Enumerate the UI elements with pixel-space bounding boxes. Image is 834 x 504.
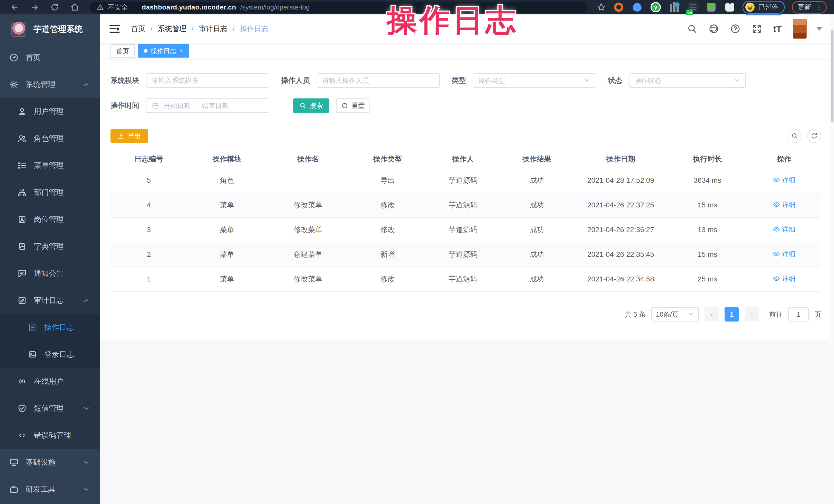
filter-label: 状态 [608,75,622,85]
extension-green-v-icon[interactable]: y [650,2,661,13]
next-page-button[interactable]: › [745,307,759,322]
sidebar-toggle-icon[interactable] [109,24,120,33]
search-icon[interactable] [687,24,697,34]
window-scrollbar[interactable] [830,15,834,504]
log-id: 1 [110,275,187,283]
eye-icon [773,201,780,208]
detail-link[interactable]: 详细 [773,249,795,259]
sidebar-item-posts[interactable]: 岗位管理 [0,206,100,233]
github-icon[interactable] [709,24,719,34]
sidebar-item-notices[interactable]: 通知公告 [0,260,100,287]
sidebar-item-dev-tools[interactable]: 研发工具 [0,476,100,503]
column-header: 执行时长 [667,154,747,164]
sidebar-item-login-log[interactable]: 登录日志 [0,341,100,368]
tab-operate-log[interactable]: 操作日志 × [138,44,189,58]
profile-paused-chip[interactable]: 已暂停 [743,1,785,14]
extensions-puzzle-icon[interactable] [724,2,736,13]
detail-link[interactable]: 详细 [773,176,795,184]
code-icon [18,431,27,440]
extension-orange-icon[interactable] [613,2,624,13]
forward-icon[interactable] [30,3,39,12]
log-duration: 13 ms [667,226,747,234]
font-size-icon[interactable]: tT [773,24,782,34]
sidebar-item-departments[interactable]: 部门管理 [0,179,100,206]
prev-page-button[interactable]: ‹ [704,307,719,322]
log-date: 2021-04-26 22:37:25 [574,201,667,209]
export-button[interactable]: 导出 [110,129,148,143]
dashboard-icon [9,53,19,62]
sidebar-logo[interactable]: 芋道管理系统 [0,15,100,44]
chevron-up-icon [83,81,90,88]
refresh-icon [341,102,348,109]
sidebar-item-label: 角色管理 [34,133,64,144]
reload-icon[interactable] [50,3,59,12]
user-avatar[interactable] [793,19,807,39]
page-content: 系统模块 操作人员 类型 [100,59,834,504]
module-input[interactable] [152,76,264,85]
breadcrumb-item[interactable]: 首页 [131,24,146,34]
log-module: 菜单 [187,249,267,259]
tab-close-icon[interactable]: × [180,47,183,54]
page-number-1[interactable]: 1 [725,307,739,322]
extension-leaf-icon[interactable] [705,2,717,13]
address-bar[interactable]: 不安全 dashboard.yudao.iocoder.cn/system/lo… [89,2,587,13]
sidebar-item-online-users[interactable]: 在线用户 [0,368,100,395]
operator-input[interactable] [322,76,434,85]
sidebar-item-label: 审计日志 [34,295,64,306]
sidebar-item-system[interactable]: 系统管理 [0,71,100,98]
sidebar-item-home[interactable]: 首页 [0,44,100,71]
browser-menu-icon[interactable]: ⋮ [816,4,822,10]
home-icon[interactable] [70,3,79,12]
log-id: 5 [110,176,187,184]
extension-switch-icon[interactable]: on [687,2,698,13]
show-search-toggle-button[interactable] [788,129,802,143]
log-operator: 芋道源码 [426,274,500,284]
status-select[interactable]: 操作状态 [629,73,746,88]
log-duration: 15 ms [667,201,747,209]
refresh-table-button[interactable] [807,129,821,143]
extension-columns-icon[interactable] [668,2,680,13]
browser-update-button[interactable]: 更新 ⋮ [792,1,827,14]
sidebar: 芋道管理系统 首页 系统管理 用户管理 角色管理 菜单管理 [0,15,100,504]
sidebar-item-operate-log[interactable]: 操作日志 [0,314,100,341]
log-date: 2021-04-26 22:36:27 [574,226,667,234]
sidebar-item-users[interactable]: 用户管理 [0,98,100,125]
operator-input-box [316,73,440,88]
breadcrumb-item[interactable]: 系统管理 [158,24,186,34]
extension-pin-icon[interactable] [632,2,643,13]
detail-link[interactable]: 详细 [773,274,795,283]
sidebar-item-roles[interactable]: 角色管理 [0,125,100,152]
log-module: 菜单 [187,225,267,235]
book-icon [18,242,27,251]
back-icon[interactable] [10,3,19,12]
sidebar-item-audit-log[interactable]: 审计日志 [0,287,100,314]
select-placeholder: 操作类型 [478,76,505,85]
reset-button[interactable]: 重置 [336,98,370,113]
help-icon[interactable] [730,24,741,34]
type-select[interactable]: 操作类型 [473,73,596,88]
tab-home[interactable]: 首页 [110,44,135,58]
logo-image [11,22,26,37]
sidebar-item-menus[interactable]: 菜单管理 [0,152,100,179]
goto-page-input[interactable] [788,307,809,322]
page-size-value: 10条/页 [656,310,679,319]
breadcrumb-item[interactable]: 审计日志 [199,24,228,34]
fullscreen-icon[interactable] [752,24,762,34]
sidebar-item-sms[interactable]: 短信管理 [0,395,100,422]
sidebar-item-infrastructure[interactable]: 基础设施 [0,449,100,476]
eye-icon [773,226,780,233]
search-button[interactable]: 搜索 [293,98,329,113]
not-secure-label: 不安全 [108,3,128,12]
detail-link[interactable]: 详细 [773,225,795,234]
sidebar-item-label: 短信管理 [34,403,64,414]
date-range-picker[interactable]: 开始日期 - 结束日期 [146,98,269,113]
sidebar-item-error-codes[interactable]: 错误码管理 [0,422,100,449]
scrollbar-thumb[interactable] [831,30,833,122]
sidebar-item-dictionary[interactable]: 字典管理 [0,233,100,260]
user-menu-caret-icon[interactable] [816,27,822,30]
page-size-select[interactable]: 10条/页 [651,307,699,322]
roles-icon [18,134,27,143]
breadcrumb: 首页 / 系统管理 / 审计日志 / 操作日志 [131,24,268,34]
detail-link[interactable]: 详细 [773,200,795,209]
bookmark-star-icon[interactable] [597,3,606,12]
